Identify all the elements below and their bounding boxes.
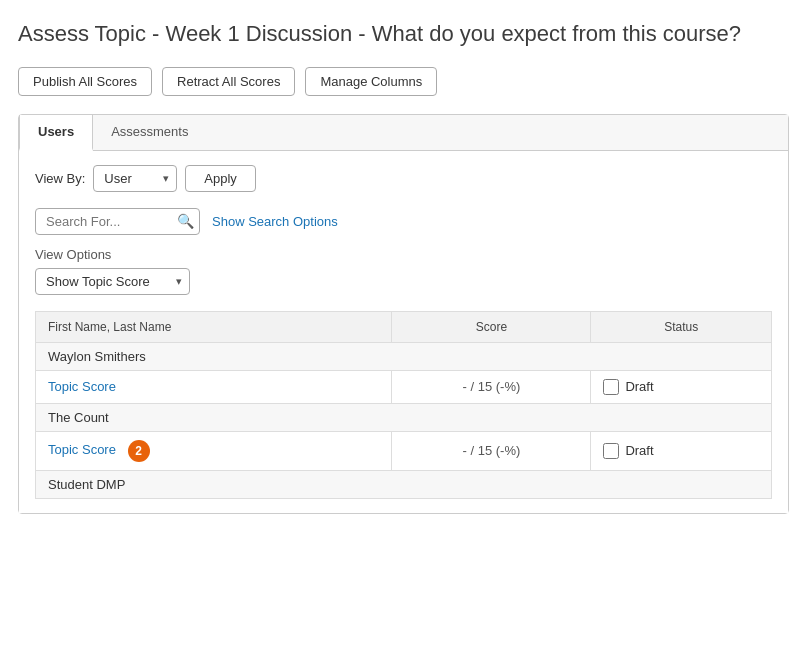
page-container: Assess Topic - Week 1 Discussion - What … [0, 0, 807, 524]
table-row-count-topic: Topic Score 2 - / 15 (-%) Draft [36, 431, 772, 470]
cell-score-waylon: - / 15 (-%) [392, 370, 591, 403]
group-name-count: The Count [36, 403, 772, 431]
group-row-waylon: Waylon Smithers [36, 342, 772, 370]
view-by-label: View By: [35, 171, 85, 186]
table-header-row: First Name, Last Name Score Status [36, 311, 772, 342]
topic-score-select[interactable]: Show Topic Score Hide Topic Score [35, 268, 190, 295]
retract-all-scores-button[interactable]: Retract All Scores [162, 67, 295, 96]
view-by-row: View By: User Group Section ▾ Apply [35, 165, 772, 192]
cell-status-waylon: Draft [591, 370, 772, 403]
cell-name-waylon-topic: Topic Score [36, 370, 392, 403]
view-by-select-wrapper: User Group Section ▾ [93, 165, 177, 192]
tabs-row: Users Assessments [19, 115, 788, 151]
cell-status-count: Draft [591, 431, 772, 470]
top-actions: Publish All Scores Retract All Scores Ma… [18, 67, 789, 96]
draft-checkbox-count[interactable] [603, 443, 619, 459]
main-panel: Users Assessments View By: User Group Se… [18, 114, 789, 514]
topic-score-select-wrapper: Show Topic Score Hide Topic Score ▾ [35, 268, 190, 295]
group-row-student-dmp: Student DMP [36, 470, 772, 498]
search-input[interactable] [35, 208, 200, 235]
topic-score-link-count[interactable]: Topic Score [48, 442, 116, 457]
data-table: First Name, Last Name Score Status Waylo… [35, 311, 772, 499]
col-header-score: Score [392, 311, 591, 342]
panel-body: View By: User Group Section ▾ Apply 🔍 Sh… [19, 151, 788, 513]
search-row: 🔍 Show Search Options [35, 208, 772, 235]
group-name-waylon: Waylon Smithers [36, 342, 772, 370]
draft-row-waylon: Draft [603, 379, 759, 395]
view-by-select[interactable]: User Group Section [93, 165, 177, 192]
draft-label-waylon: Draft [625, 379, 653, 394]
tab-users[interactable]: Users [19, 115, 93, 151]
badge-count: 2 [128, 440, 150, 462]
view-options-label: View Options [35, 247, 772, 262]
publish-all-scores-button[interactable]: Publish All Scores [18, 67, 152, 96]
table-row-waylon-topic: Topic Score - / 15 (-%) Draft [36, 370, 772, 403]
apply-button[interactable]: Apply [185, 165, 256, 192]
score-value-waylon: - / 15 (-%) [463, 379, 521, 394]
tab-assessments[interactable]: Assessments [93, 115, 206, 151]
show-search-options-link[interactable]: Show Search Options [212, 214, 338, 229]
cell-name-count-topic: Topic Score 2 [36, 431, 392, 470]
search-box: 🔍 [35, 208, 200, 235]
topic-score-select-row: Show Topic Score Hide Topic Score ▾ [35, 268, 772, 295]
topic-score-link-waylon[interactable]: Topic Score [48, 379, 116, 394]
col-header-name: First Name, Last Name [36, 311, 392, 342]
page-title: Assess Topic - Week 1 Discussion - What … [18, 20, 789, 49]
draft-row-count: Draft [603, 443, 759, 459]
col-header-status: Status [591, 311, 772, 342]
draft-label-count: Draft [625, 443, 653, 458]
score-value-count: - / 15 (-%) [463, 443, 521, 458]
search-icon[interactable]: 🔍 [177, 213, 194, 229]
cell-score-count: - / 15 (-%) [392, 431, 591, 470]
group-name-student-dmp: Student DMP [36, 470, 772, 498]
draft-checkbox-waylon[interactable] [603, 379, 619, 395]
manage-columns-button[interactable]: Manage Columns [305, 67, 437, 96]
group-row-count: The Count [36, 403, 772, 431]
